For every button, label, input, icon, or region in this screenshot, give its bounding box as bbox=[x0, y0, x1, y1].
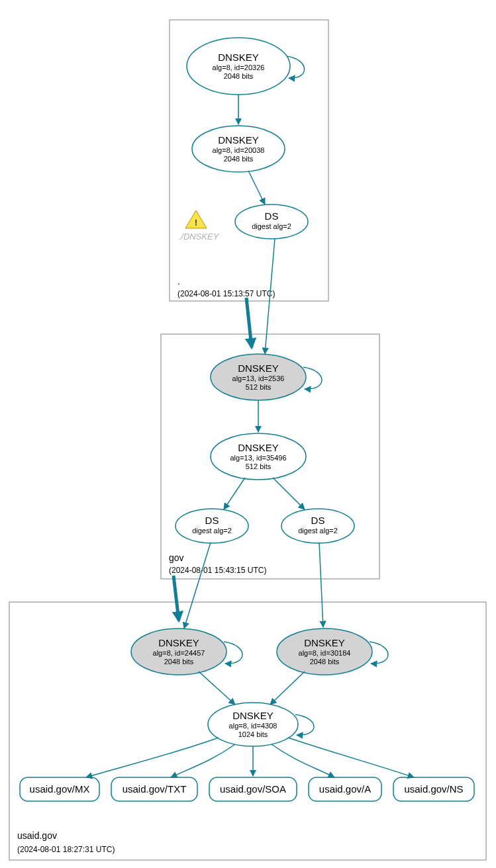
svg-text:2048 bits: 2048 bits bbox=[164, 658, 194, 666]
svg-text:usaid.gov/SOA: usaid.gov/SOA bbox=[220, 783, 286, 795]
ghost-dnskey-label: ./DNSKEY bbox=[179, 232, 220, 241]
svg-point-24 bbox=[281, 509, 354, 543]
node-usaid-ksk2: DNSKEY alg=8, id=30184 2048 bits bbox=[277, 629, 372, 675]
node-gov-ksk: DNSKEY alg=13, id=2536 512 bits bbox=[211, 354, 306, 400]
svg-text:digest alg=2: digest alg=2 bbox=[192, 527, 232, 535]
svg-text:DNSKEY: DNSKEY bbox=[218, 134, 259, 146]
edge-usaid-ksk1-zsk bbox=[199, 672, 235, 705]
svg-text:DNSKEY: DNSKEY bbox=[232, 710, 273, 721]
node-usaid-ksk1: DNSKEY alg=8, id=24457 2048 bits bbox=[131, 629, 226, 675]
node-root-ksk: DNSKEY alg=8, id=20326 2048 bits bbox=[187, 38, 290, 95]
edge-gov-zsk-ds2 bbox=[273, 478, 305, 509]
svg-text:DNSKEY: DNSKEY bbox=[218, 52, 259, 63]
svg-text:usaid.gov/MX: usaid.gov/MX bbox=[30, 783, 90, 795]
rrset-mx: usaid.gov/MX bbox=[20, 777, 99, 801]
edge-zsk-txt bbox=[171, 744, 235, 777]
svg-text:alg=8, id=20038: alg=8, id=20038 bbox=[213, 146, 265, 154]
svg-text:usaid.gov/TXT: usaid.gov/TXT bbox=[123, 783, 187, 795]
edge-zsk-mx bbox=[86, 738, 219, 777]
svg-text:512 bits: 512 bits bbox=[246, 462, 272, 470]
dnssec-chain-diagram: . (2024-08-01 15:13:57 UTC) DNSKEY alg=8… bbox=[0, 0, 496, 868]
zone-label-gov: gov bbox=[169, 552, 184, 563]
svg-text:512 bits: 512 bits bbox=[246, 383, 272, 391]
node-usaid-zsk: DNSKEY alg=8, id=4308 1024 bits bbox=[208, 703, 298, 746]
svg-point-9 bbox=[235, 204, 308, 239]
svg-text:digest alg=2: digest alg=2 bbox=[252, 222, 291, 230]
svg-text:DS: DS bbox=[205, 515, 219, 526]
svg-text:DS: DS bbox=[265, 210, 279, 222]
svg-text:alg=8, id=20326: alg=8, id=20326 bbox=[213, 64, 265, 71]
svg-text:alg=13, id=35496: alg=13, id=35496 bbox=[230, 454, 286, 462]
zone-time-root: (2024-08-01 15:13:57 UTC) bbox=[177, 289, 275, 298]
zone-label-usaid: usaid.gov bbox=[17, 830, 57, 841]
edge-root-zsk-ds bbox=[248, 171, 265, 204]
node-gov-ds2: DS digest alg=2 bbox=[281, 509, 354, 543]
edge-gov-zsk-ds1 bbox=[224, 478, 245, 509]
zone-time-gov: (2024-08-01 15:43:15 UTC) bbox=[169, 566, 266, 575]
svg-text:DNSKEY: DNSKEY bbox=[304, 637, 345, 648]
svg-text:2048 bits: 2048 bits bbox=[224, 72, 254, 80]
edge-gov-ds2-usaid-ksk2 bbox=[319, 542, 323, 627]
warning-icon: ! bbox=[185, 210, 207, 228]
svg-text:1024 bits: 1024 bits bbox=[238, 730, 268, 738]
rrset-soa: usaid.gov/SOA bbox=[209, 777, 297, 801]
svg-text:DNSKEY: DNSKEY bbox=[158, 637, 199, 648]
svg-point-21 bbox=[175, 509, 248, 543]
zone-time-usaid: (2024-08-01 18:27:31 UTC) bbox=[17, 845, 115, 854]
edge-zsk-ns bbox=[288, 738, 414, 777]
svg-text:DS: DS bbox=[311, 515, 325, 526]
node-gov-zsk: DNSKEY alg=13, id=35496 512 bits bbox=[211, 433, 306, 480]
rrset-txt: usaid.gov/TXT bbox=[111, 777, 197, 801]
edge-gov-ds1-usaid-ksk1 bbox=[184, 542, 211, 629]
edge-root-to-gov-thick bbox=[246, 298, 252, 347]
svg-text:2048 bits: 2048 bits bbox=[310, 658, 340, 666]
rrset-ns: usaid.gov/NS bbox=[393, 777, 474, 801]
edge-gov-to-usaid-thick bbox=[174, 576, 179, 621]
node-gov-ds1: DS digest alg=2 bbox=[175, 509, 248, 543]
svg-text:alg=8, id=30184: alg=8, id=30184 bbox=[299, 649, 351, 657]
svg-text:digest alg=2: digest alg=2 bbox=[298, 527, 338, 535]
edge-usaid-ksk2-zsk bbox=[270, 672, 305, 705]
node-root-ds: DS digest alg=2 bbox=[235, 204, 308, 239]
svg-text:alg=8, id=4308: alg=8, id=4308 bbox=[229, 722, 277, 730]
svg-text:2048 bits: 2048 bits bbox=[224, 155, 254, 163]
svg-text:DNSKEY: DNSKEY bbox=[238, 363, 279, 374]
svg-text:alg=13, id=2536: alg=13, id=2536 bbox=[232, 374, 285, 382]
svg-text:usaid.gov/A: usaid.gov/A bbox=[319, 783, 371, 795]
svg-text:usaid.gov/NS: usaid.gov/NS bbox=[404, 783, 463, 795]
node-root-zsk: DNSKEY alg=8, id=20038 2048 bits bbox=[192, 126, 285, 172]
svg-text:DNSKEY: DNSKEY bbox=[238, 442, 279, 453]
zone-label-root: . bbox=[177, 276, 180, 286]
svg-text:alg=8, id=24457: alg=8, id=24457 bbox=[153, 649, 205, 657]
svg-text:!: ! bbox=[195, 218, 197, 228]
rrset-a: usaid.gov/A bbox=[309, 777, 381, 801]
